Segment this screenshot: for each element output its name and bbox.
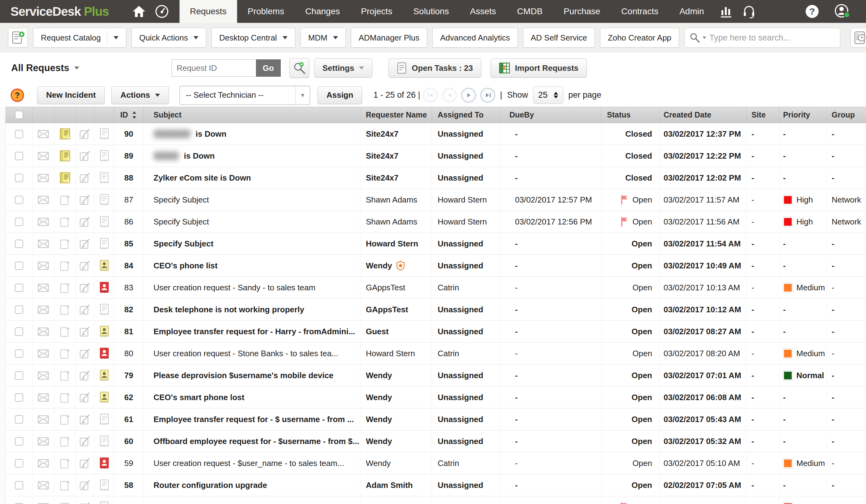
edit-icon[interactable] [79,414,91,425]
mail-icon[interactable] [38,350,49,358]
request-row-87[interactable]: 87Specify SubjectShawn AdamsHoward Stern… [5,189,866,211]
support-icon[interactable] [737,0,760,23]
request-row-79[interactable]: 79Please deprovision $username's mobile … [5,365,866,387]
row-checkbox[interactable] [15,262,23,270]
page-size-select[interactable]: 25 [533,87,563,104]
mail-icon[interactable] [38,306,49,314]
technician-select[interactable]: -- Select Technician -- ▾ [179,85,310,105]
column-header-assigned-to[interactable]: Assigned To [432,107,501,123]
row-checkbox[interactable] [15,459,23,468]
request-subject-link[interactable]: Router configuration upgrade [154,481,267,490]
notes-icon[interactable] [60,172,70,183]
select-all-checkbox[interactable] [15,111,23,119]
row-checkbox[interactable] [15,196,23,204]
dashboard-icon[interactable] [151,0,173,23]
notes-icon[interactable] [60,150,70,161]
reports-icon[interactable] [715,0,737,23]
request-subject-link[interactable]: Employee transfer request for - $ userna… [154,415,354,424]
import-requests-button[interactable]: Import Requests [491,58,587,78]
request-row-57[interactable]: 57Unable to loginGuestUnassigned01/02/20… [5,496,866,504]
edit-icon[interactable] [79,194,91,205]
mail-icon[interactable] [38,503,49,504]
add-note-icon[interactable] [60,238,70,249]
mail-icon[interactable] [38,262,49,270]
column-header-dueby[interactable]: DueBy [501,107,601,123]
toolbar-button-mdm[interactable]: MDM [301,28,346,48]
request-row-61[interactable]: 61Employee transfer request for - $ user… [5,409,866,431]
column-header-requester-name[interactable]: Requester Name [360,107,432,123]
edit-icon[interactable] [79,216,91,227]
mail-icon[interactable] [38,459,49,468]
edit-icon[interactable] [79,282,91,293]
nav-tab-admin[interactable]: Admin [669,0,714,23]
home-icon[interactable] [127,0,151,23]
request-row-58[interactable]: 58Router configuration upgradeAdam Smith… [5,474,866,496]
column-header-subject[interactable]: Subject [144,107,360,123]
add-note-icon[interactable] [60,392,70,403]
request-subject-link[interactable]: User creation request - Stone Banks - to… [154,349,338,358]
mail-icon[interactable] [38,152,49,160]
column-header-status[interactable]: Status [601,107,659,123]
toolbar-button-request-catalog[interactable]: Request Catalog [33,28,126,48]
add-note-icon[interactable] [60,370,70,381]
nav-tab-requests[interactable]: Requests [179,0,237,23]
open-tasks-button[interactable]: Open Tasks : 23 [388,58,481,78]
nav-tab-contracts[interactable]: Contracts [611,0,669,23]
mail-icon[interactable] [38,328,49,336]
request-row-82[interactable]: 82Desk telephone is not working properly… [5,299,866,321]
edit-icon[interactable] [79,436,91,446]
mail-icon[interactable] [38,284,49,292]
edit-icon[interactable] [79,304,91,315]
mail-icon[interactable] [38,218,49,226]
column-header-group[interactable]: Group [827,107,866,123]
nav-tab-purchase[interactable]: Purchase [553,0,611,23]
next-page-button[interactable] [461,88,476,103]
mail-icon[interactable] [38,196,49,204]
toolbar-button-zoho-creator-app[interactable]: Zoho Creator App [600,28,679,48]
request-subject-link[interactable]: Offboard employee request for - $usernam… [154,437,359,446]
view-selector[interactable]: All Requests [11,62,79,73]
nav-tab-problems[interactable]: Problems [237,0,295,23]
add-note-icon[interactable] [60,216,70,227]
request-subject-link[interactable]: Unable to login [154,502,212,504]
row-checkbox[interactable] [15,503,23,504]
search-input[interactable] [709,33,835,43]
request-row-62[interactable]: 62CEO's smart phone lostWendyUnassigned-… [5,387,866,409]
new-request-icon[interactable] [8,28,28,48]
row-checkbox[interactable] [15,240,23,248]
nav-tab-solutions[interactable]: Solutions [403,0,459,23]
mail-icon[interactable] [38,437,49,446]
request-row-86[interactable]: 86Specify SubjectShawn AdamsHoward Stern… [5,211,866,233]
row-checkbox[interactable] [15,350,23,358]
mail-icon[interactable] [38,371,49,380]
search-scope-caret-icon[interactable] [702,36,706,39]
edit-icon[interactable] [79,480,91,490]
edit-icon[interactable] [79,173,91,183]
row-checkbox[interactable] [15,152,23,160]
request-subject-link[interactable]: Employee transfer request for - Harry - … [154,327,355,336]
request-subject-link[interactable]: User creation request - $user_name - to … [154,459,344,468]
add-note-icon[interactable] [60,304,70,315]
request-subject-link[interactable]: Specify Subject [154,217,209,227]
mail-icon[interactable] [38,393,49,402]
request-row-83[interactable]: 83User creation request - Sandy - to sal… [5,277,866,299]
request-subject-link[interactable]: is Down [184,151,215,161]
page-help-icon[interactable]: ? [10,88,25,103]
mail-icon[interactable] [38,415,49,424]
row-checkbox[interactable] [15,393,23,402]
request-row-85[interactable]: 85Specify SubjectHoward SternUnassigned-… [5,233,866,255]
row-checkbox[interactable] [15,328,23,336]
column-header-site[interactable]: Site [746,107,779,123]
mail-icon[interactable] [38,240,49,248]
request-subject-link[interactable]: Specify Subject [154,239,213,249]
request-row-81[interactable]: 81Employee transfer request for - Harry … [5,321,866,343]
global-search[interactable] [684,28,840,48]
add-note-icon[interactable] [60,194,70,205]
add-note-icon[interactable] [60,480,70,491]
mail-icon[interactable] [38,481,49,490]
row-checkbox[interactable] [15,130,23,138]
advanced-search-icon[interactable] [289,58,309,78]
add-note-icon[interactable] [60,348,70,359]
edit-icon[interactable] [79,348,91,359]
assign-button[interactable]: Assign [318,86,363,104]
